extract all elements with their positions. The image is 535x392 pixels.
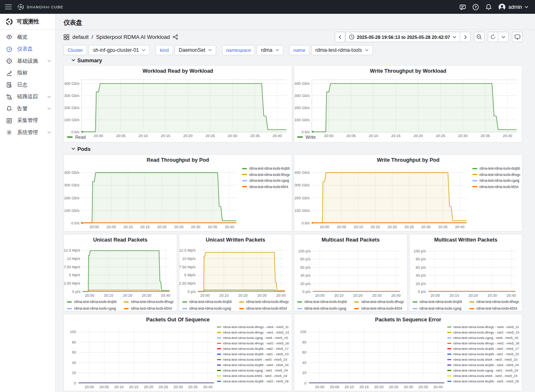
svg-text:20:10: 20:10 [219, 293, 229, 298]
sidebar-item-infra[interactable]: 基础设施 [0, 55, 55, 67]
legend-item[interactable]: rdma-test-rdma-tools-6rq56 - net3 - mlx5… [447, 379, 519, 383]
legend-item[interactable]: rdma-test-rdma-tools-kfzt4 - net4 - mlx5… [217, 374, 289, 378]
legend-item[interactable]: rdma-test-rdma-tools-8hvgc - net1 - mlx5… [217, 331, 289, 334]
legend-item[interactable]: rdma-test-rdma-tools-6rq56 - net1 - mlx5… [217, 352, 289, 356]
legend-item[interactable]: rdma-test-rdma-tools-kfzt4 [472, 185, 520, 189]
filter-value-dropdown[interactable]: DaemonSet [175, 45, 216, 55]
legend-item[interactable]: rdma-test-rdma-tools-8hvgc [124, 300, 174, 304]
legend-item[interactable]: rdma-test-rdma-tools-kfzt4 [239, 306, 289, 311]
summary-charts-row: Workload Read by Workload0 b/s100 Gb/s20… [64, 65, 522, 143]
svg-text:7.50 Mp/s: 7.50 Mp/s [64, 265, 80, 269]
sidebar-item-metrics[interactable]: 指标 [0, 67, 55, 79]
chart-panel: Multicast Read Packets0 p/s20 p/s40 p/s6… [294, 234, 408, 311]
legend-item[interactable]: rdma-test-rdma-tools-8hvgc [469, 300, 520, 304]
breadcrumb-separator: / [92, 34, 93, 40]
sidebar-item-eye[interactable]: 概览 [0, 31, 55, 43]
legend-item[interactable]: rdma-test-rdma-tools-6rq56 - net4 - mlx5… [447, 363, 519, 367]
kiosk-mode-button[interactable] [512, 32, 522, 42]
section-pods[interactable]: Pods [64, 146, 522, 152]
breadcrumb-folder[interactable]: default [72, 34, 89, 40]
legend-item[interactable]: rdma-test-rdma-tools-kfzt4 [242, 185, 290, 189]
svg-text:20:40: 20:40 [455, 225, 465, 229]
menu-toggle-icon[interactable] [5, 5, 12, 10]
sidebar-item-trace[interactable]: 链路追踪 [0, 91, 55, 103]
time-back-button[interactable] [335, 32, 345, 42]
svg-text:20:40: 20:40 [161, 293, 171, 298]
legend-item[interactable]: rdma-test-rdma-tools-cgxqj - net1 - mlx5… [447, 369, 519, 372]
legend-item[interactable]: Read [67, 135, 86, 140]
section-summary[interactable]: Summary [64, 57, 522, 63]
time-range-button[interactable]: 2025-05-28 19:56:13 to 2025-05-28 20:42:… [345, 32, 460, 42]
legend-item[interactable]: rdma-test-rdma-tools-kfzt4 [354, 306, 404, 311]
legend-item[interactable]: rdma-test-rdma-tools-6rq56 [182, 300, 239, 304]
svg-text:20:20: 20:20 [144, 385, 153, 389]
sidebar-item-collect[interactable]: 采集管理 [0, 115, 55, 127]
legend-item[interactable]: rdma-test-rdma-tools-cgxqj - net1 - mlx5… [217, 369, 289, 372]
legend-item[interactable]: rdma-test-rdma-tools-kfzt4 - net3 - mlx5… [447, 358, 519, 361]
legend-item[interactable]: rdma-test-rdma-tools-8hvgc [242, 173, 290, 177]
message-icon[interactable] [459, 4, 466, 10]
avatar [498, 3, 506, 11]
svg-text:60 p/s: 60 p/s [415, 265, 426, 270]
sidebar-item-gauge[interactable]: 仪表盘 [0, 43, 55, 56]
legend-item[interactable]: rdma-test-rdma-tools-8hvgc - net4 - mlx5… [217, 325, 289, 329]
legend-item[interactable]: rdma-test-rdma-tools-8hvgc - net4 - mlx5… [447, 325, 519, 329]
chart-legend: Read [67, 135, 86, 140]
refresh-button[interactable] [488, 32, 498, 42]
svg-text:0 p/s: 0 p/s [418, 290, 426, 294]
svg-text:20:40: 20:40 [433, 385, 443, 389]
breadcrumb-dashboard[interactable]: Spiderpool RDMA AI Workload [96, 34, 170, 40]
legend-item[interactable]: rdma-test-rdma-tools-6rq56 - net2 - mlx5… [217, 347, 289, 351]
sidebar-item-gear[interactable]: 系统管理 [0, 127, 55, 139]
legend-item[interactable]: rdma-test-rdma-tools-cgxqj [472, 178, 520, 183]
user-menu[interactable]: admin [498, 3, 528, 11]
legend-item[interactable]: rdma-test-rdma-tools-kfzt4 [469, 306, 520, 311]
zoom-out-button[interactable] [474, 32, 484, 42]
legend-item[interactable]: rdma-test-rdma-tools-cgxqj [242, 178, 290, 183]
legend-item[interactable]: rdma-test-rdma-tools-6rq56 - net3 - mlx5… [217, 379, 289, 383]
time-forward-button[interactable] [460, 32, 471, 42]
legend-item[interactable]: rdma-test-rdma-tools-6rq56 [472, 166, 520, 171]
legend-item[interactable]: rdma-test-rdma-tools-cgxqj [67, 306, 124, 311]
svg-text:20:10: 20:10 [369, 134, 378, 138]
svg-text:20:30: 20:30 [173, 385, 183, 389]
legend-item[interactable]: rdma-test-rdma-tools-cgxqj - net4 - mlx5… [217, 336, 289, 340]
legend-item[interactable]: rdma-test-rdma-tools-6rq56 - net1 - mlx5… [447, 352, 519, 356]
legend-item[interactable]: rdma-test-rdma-tools-8hvgc [239, 300, 289, 304]
help-icon[interactable]: ? [472, 4, 479, 10]
svg-text:300 Gb/s: 300 Gb/s [294, 94, 310, 98]
trace-icon [6, 94, 12, 100]
legend-item[interactable]: rdma-test-rdma-tools-6rq56 [67, 300, 124, 304]
notification-bell-icon[interactable] [485, 4, 492, 10]
legend-item[interactable]: rdma-test-rdma-tools-6rq56 - net2 - mlx5… [447, 347, 519, 351]
svg-text:400 Gb/s: 400 Gb/s [294, 81, 310, 86]
legend-item[interactable]: rdma-test-rdma-tools-6rq56 [297, 300, 354, 304]
legend-item[interactable]: rdma-test-rdma-tools-kfzt4 [124, 306, 174, 311]
legend-item[interactable]: rdma-test-rdma-tools-8hvgc - net2 - mlx5… [217, 341, 289, 345]
legend-item[interactable]: rdma-test-rdma-tools-cgxqj [413, 306, 469, 311]
legend-item[interactable]: rdma-test-rdma-tools-cgxqj [182, 306, 239, 311]
legend-item[interactable]: rdma-test-rdma-tools-8hvgc - net2 - mlx5… [447, 341, 519, 345]
legend-item[interactable]: rdma-test-rdma-tools-kfzt4 - net4 - mlx5… [447, 374, 519, 378]
legend-item[interactable]: rdma-test-rdma-tools-kfzt4 - net3 - mlx5… [217, 358, 289, 361]
legend-item[interactable]: rdma-test-rdma-tools-6rq56 [413, 300, 469, 304]
legend-item[interactable]: rdma-test-rdma-tools-8hvgc [354, 300, 404, 304]
share-icon[interactable] [173, 34, 178, 40]
sidebar-item-logs[interactable]: 日志 [0, 79, 55, 91]
svg-text:20:00: 20:00 [89, 225, 99, 229]
legend-item[interactable]: rdma-test-rdma-tools-6rq56 [242, 166, 290, 171]
legend-item[interactable]: Write [297, 135, 316, 140]
legend-item[interactable]: rdma-test-rdma-tools-cgxqj [297, 306, 354, 311]
filter-name: namerdma-test-rdma-tools [289, 45, 373, 55]
refresh-interval-button[interactable] [498, 32, 509, 42]
legend-item[interactable]: rdma-test-rdma-tools-8hvgc [472, 173, 520, 177]
filter-value-dropdown[interactable]: rdma [257, 45, 283, 55]
legend-item[interactable]: rdma-test-rdma-tools-6rq56 - net4 - mlx5… [217, 363, 289, 367]
sidebar-item-bell[interactable]: 告警 [0, 103, 55, 115]
legend-item[interactable]: rdma-test-rdma-tools-cgxqj - net4 - mlx5… [447, 336, 519, 340]
svg-text:20:10: 20:10 [104, 293, 113, 298]
filter-value-dropdown[interactable]: sh-inf-gpu-cluster-01 [89, 45, 150, 55]
svg-text:20:10: 20:10 [449, 293, 459, 298]
legend-item[interactable]: rdma-test-rdma-tools-8hvgc - net1 - mlx5… [447, 331, 519, 334]
filter-value-dropdown[interactable]: rdma-test-rdma-tools [311, 45, 373, 55]
